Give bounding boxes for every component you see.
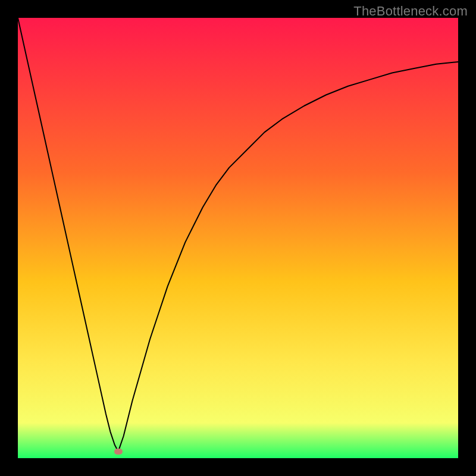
gradient-background [18, 18, 458, 458]
plot-area [18, 18, 458, 458]
watermark-text: TheBottleneck.com [353, 4, 468, 19]
plot-svg [18, 18, 458, 458]
chart-frame: TheBottleneck.com [0, 0, 476, 476]
min-marker [114, 449, 123, 455]
